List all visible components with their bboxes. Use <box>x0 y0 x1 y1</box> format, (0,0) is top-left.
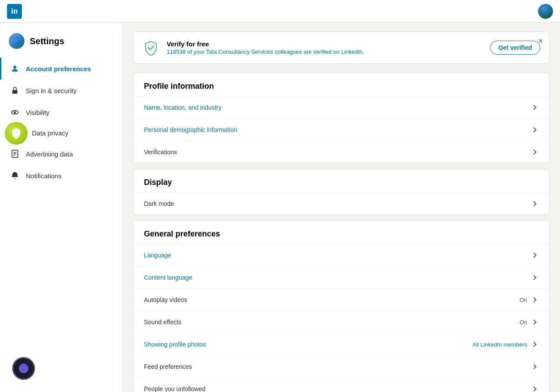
chevron-right-icon <box>531 274 539 281</box>
chevron-right-icon <box>531 363 539 371</box>
verify-banner: Verify for free 118538 of your Tata Cons… <box>133 31 550 64</box>
document-icon <box>10 149 20 159</box>
language-label: Language <box>144 252 531 259</box>
svg-point-1 <box>14 66 17 69</box>
sidebar-item-notifications[interactable]: Notifications <box>0 165 122 187</box>
sidebar-item-advertising-data[interactable]: Advertising data <box>0 143 122 165</box>
sidebar-item-label: Visibility <box>26 109 49 116</box>
verify-title: Verify for free <box>167 40 483 48</box>
sidebar-item-label: Sign in & security <box>26 87 77 94</box>
language-item[interactable]: Language <box>133 244 549 266</box>
autoplay-videos-value: On <box>520 297 527 303</box>
dark-mode-label: Dark mode <box>144 200 531 207</box>
person-icon <box>10 64 20 73</box>
svg-point-4 <box>14 111 16 114</box>
showing-profile-photos-item[interactable]: Showing profile photos All LinkedIn memb… <box>133 333 549 355</box>
autoplay-videos-label: Autoplay videos <box>144 296 520 303</box>
sidebar-item-label: Advertising data <box>26 150 73 158</box>
chevron-right-icon <box>531 385 539 392</box>
sidebar-item-visibility[interactable]: Visibility <box>0 101 122 123</box>
sidebar-item-label: Account preferences <box>26 65 91 73</box>
chevron-right-icon <box>531 340 539 348</box>
chevron-right-icon <box>531 126 539 134</box>
verify-shield-icon <box>142 39 160 56</box>
sidebar-item-label: Data privacy <box>32 129 68 137</box>
sound-effects-value: On <box>520 319 527 326</box>
get-verified-button[interactable]: Get verified <box>490 41 540 55</box>
chevron-right-icon <box>531 200 539 208</box>
sidebar: Settings Account preferences Sign in & s… <box>0 23 122 392</box>
main-content: Verify for free 118538 of your Tata Cons… <box>122 23 560 392</box>
general-preferences-card: General preferences Language Content lan… <box>133 220 550 392</box>
name-location-industry-label: Name, location, and industry <box>144 104 531 111</box>
bell-icon <box>10 171 20 180</box>
linkedin-logo-icon[interactable]: in <box>7 4 22 19</box>
verify-close-button[interactable]: × <box>538 37 543 45</box>
record-button-inner <box>19 364 28 373</box>
name-location-industry-item[interactable]: Name, location, and industry <box>133 96 549 118</box>
profile-information-card: Profile information Name, location, and … <box>133 73 550 163</box>
chevron-right-icon <box>531 318 539 326</box>
showing-profile-photos-label: Showing profile photos <box>144 341 472 348</box>
sidebar-item-sign-in-security[interactable]: Sign in & security <box>0 80 122 101</box>
settings-avatar-icon <box>9 33 24 49</box>
sound-effects-item[interactable]: Sound effects On <box>133 311 549 333</box>
content-language-item[interactable]: Content language <box>133 266 549 288</box>
verify-subtitle: 118538 of your Tata Consultancy Services… <box>167 49 483 55</box>
profile-information-title: Profile information <box>133 73 549 96</box>
personal-demographic-item[interactable]: Personal demographic information <box>133 118 549 141</box>
showing-profile-photos-value: All LinkedIn members <box>472 341 527 348</box>
navbar-left: in <box>7 4 22 19</box>
verifications-item[interactable]: Verifications <box>133 141 549 163</box>
chevron-right-icon <box>531 148 539 156</box>
sidebar-item-data-privacy[interactable]: Data privacy <box>0 123 122 143</box>
eye-icon <box>10 108 20 117</box>
personal-demographic-label: Personal demographic information <box>144 126 531 133</box>
general-preferences-title: General preferences <box>133 221 549 244</box>
verify-text: Verify for free 118538 of your Tata Cons… <box>167 40 483 55</box>
autoplay-videos-item[interactable]: Autoplay videos On <box>133 288 549 311</box>
svg-rect-2 <box>12 90 18 94</box>
svg-point-0 <box>538 4 553 19</box>
sound-effects-label: Sound effects <box>144 319 520 326</box>
lock-icon <box>10 86 20 95</box>
people-unfollowed-item[interactable]: People you unfollowed <box>133 378 549 392</box>
settings-header: Settings <box>0 30 122 58</box>
sidebar-item-label: Notifications <box>26 172 62 180</box>
layout: Settings Account preferences Sign in & s… <box>0 23 560 392</box>
chevron-right-icon <box>531 251 539 259</box>
record-button[interactable] <box>12 357 35 380</box>
sidebar-nav: Account preferences Sign in & security V… <box>0 58 122 187</box>
settings-title: Settings <box>30 36 64 46</box>
chevron-right-icon <box>531 104 539 111</box>
feed-preferences-label: Feed preferences <box>144 363 531 370</box>
display-card: Display Dark mode <box>133 169 550 215</box>
content-language-label: Content language <box>144 274 531 281</box>
navbar: in <box>0 0 560 23</box>
chevron-right-icon <box>531 296 539 304</box>
sidebar-item-account-preferences[interactable]: Account preferences <box>0 58 122 80</box>
display-title: Display <box>133 169 549 192</box>
people-unfollowed-label: People you unfollowed <box>144 385 531 392</box>
dark-mode-item[interactable]: Dark mode <box>133 192 549 215</box>
data-privacy-circle-icon <box>5 122 28 145</box>
feed-preferences-item[interactable]: Feed preferences <box>133 355 549 378</box>
navbar-avatar[interactable] <box>538 4 553 19</box>
verifications-label: Verifications <box>144 149 531 156</box>
